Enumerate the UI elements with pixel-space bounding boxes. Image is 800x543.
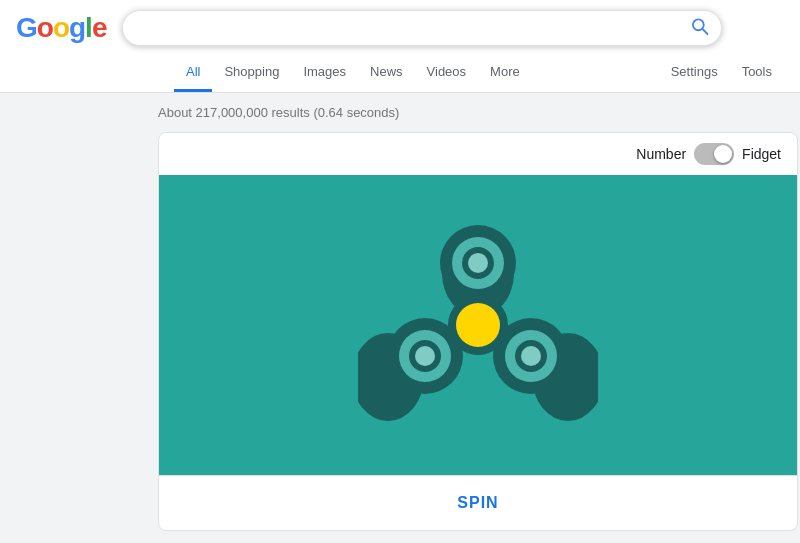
results-count: About 217,000,000 results (0.64 seconds) <box>158 105 399 120</box>
svg-point-17 <box>521 346 541 366</box>
svg-point-11 <box>468 253 488 273</box>
spin-button-area: SPIN <box>159 475 797 530</box>
logo-letter-g2: g <box>69 12 85 43</box>
main-content: Number Fidget <box>0 132 800 543</box>
tab-tools[interactable]: Tools <box>730 54 784 92</box>
spin-button[interactable]: SPIN <box>457 494 498 512</box>
logo-letter-o2: o <box>53 12 69 43</box>
spinner-card: Number Fidget <box>158 132 798 531</box>
mode-toggle[interactable] <box>694 143 734 165</box>
mode-label-fidget: Fidget <box>742 146 781 162</box>
google-logo: Google <box>16 12 106 44</box>
tab-all[interactable]: All <box>174 54 212 92</box>
tab-shopping[interactable]: Shopping <box>212 54 291 92</box>
tab-videos[interactable]: Videos <box>415 54 479 92</box>
search-input[interactable]: spinner <box>122 10 722 46</box>
mode-label-number: Number <box>636 146 686 162</box>
spinner-canvas[interactable] <box>159 175 797 475</box>
results-info: About 217,000,000 results (0.64 seconds) <box>0 93 800 132</box>
spinner-card-header: Number Fidget <box>159 133 797 175</box>
logo-letter-l: l <box>85 12 92 43</box>
logo-letter-g: G <box>16 12 37 43</box>
nav-tabs: All Shopping Images News Videos More Set… <box>16 54 784 92</box>
logo-letter-e: e <box>92 12 107 43</box>
toggle-track <box>694 143 734 165</box>
svg-line-1 <box>703 29 708 34</box>
tab-news[interactable]: News <box>358 54 415 92</box>
tab-more[interactable]: More <box>478 54 532 92</box>
search-icon <box>690 17 710 37</box>
fidget-spinner-svg <box>358 205 598 445</box>
header-top: Google spinner <box>16 10 784 54</box>
toggle-thumb <box>714 145 732 163</box>
svg-point-14 <box>415 346 435 366</box>
tab-settings[interactable]: Settings <box>659 54 730 92</box>
svg-point-18 <box>456 303 500 347</box>
logo-letter-o1: o <box>37 12 53 43</box>
search-button[interactable] <box>690 17 710 40</box>
header: Google spinner All Shopping Images News … <box>0 0 800 93</box>
tab-images[interactable]: Images <box>291 54 358 92</box>
search-bar-wrapper: spinner <box>122 10 722 46</box>
